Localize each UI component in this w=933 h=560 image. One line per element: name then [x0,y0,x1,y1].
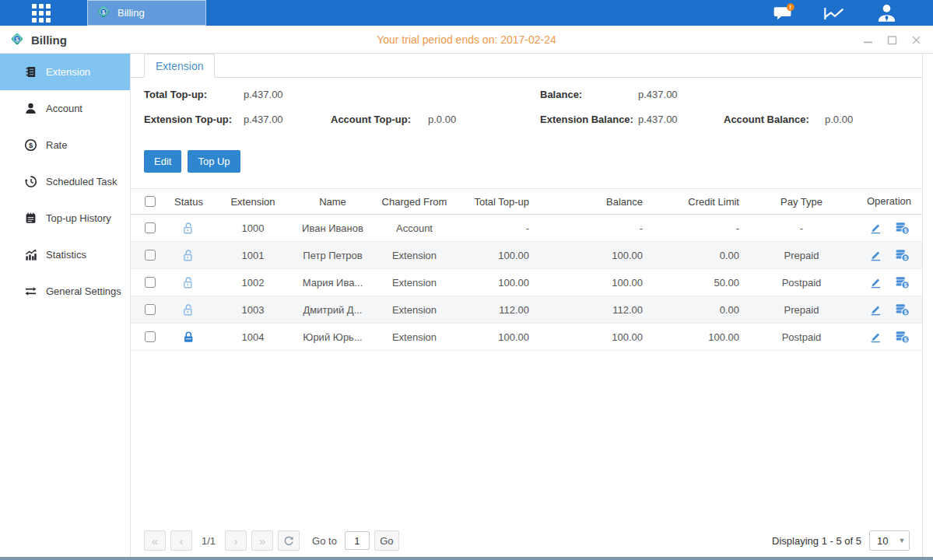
total-topup-cell: 100.00 [459,250,543,261]
billing-diamond-icon: $ [9,31,25,49]
svg-text:$: $ [102,9,105,16]
topup-button[interactable]: Top Up [188,150,240,173]
user-account-icon[interactable] [874,2,899,24]
charged-from-cell: Extension [370,331,459,343]
topup-coins-icon[interactable]: $ [895,275,910,289]
svg-text:!: ! [789,4,791,11]
name-cell: Мария Ива... [296,277,370,289]
tab-extension[interactable]: Extension [144,54,215,78]
tab-strip: Extension [131,54,922,78]
pagination-bar: « ‹ 1/1 › » Go to Go Displaying 1 - 5 of… [144,530,910,551]
app-launcher-icon[interactable] [31,3,51,23]
minimize-button[interactable] [862,34,874,46]
row-checkbox[interactable] [145,304,156,315]
operation-cell: $ [856,248,922,262]
table-row[interactable]: 1000 Иван Иванов Account - - - - $ [131,215,922,242]
topbar-actions: ! [771,0,899,26]
edit-button[interactable]: Edit [144,150,181,173]
topup-coins-icon[interactable]: $ [895,221,910,235]
sidebar-item-label: Extension [46,66,90,78]
select-all-checkbox[interactable] [145,196,156,207]
sidebar-item-topup-history[interactable]: Top-up History [0,200,130,236]
window-title-bar: $ Billing Your trial period ends on: 201… [0,26,933,54]
pay-type-cell: - [747,222,856,234]
total-topup-value: p.437.00 [244,89,283,100]
account-topup-label: Account Top-up: [331,114,411,125]
dollar-circle-icon: $ [23,138,38,152]
row-checkbox[interactable] [145,277,156,288]
prev-page-button[interactable]: ‹ [170,530,192,551]
status-cell [167,221,210,234]
go-button[interactable]: Go [374,530,399,551]
bar-chart-icon [23,247,38,262]
extension-balance-label: Extension Balance: [540,114,633,125]
sidebar-item-label: Top-up History [46,212,111,224]
unlocked-icon [182,303,195,317]
ledger-icon [23,65,38,79]
topup-coins-icon[interactable]: $ [895,248,910,262]
sidebar-item-label: Scheduled Task [46,176,118,187]
sidebar-item-account[interactable]: Account [0,90,130,127]
next-page-button[interactable]: › [225,530,247,551]
credit-limit-cell: - [652,222,747,234]
svg-text:$: $ [29,141,33,149]
edit-pencil-icon[interactable] [868,303,882,317]
name-cell: Дмитрий Д... [296,304,370,316]
topup-coins-icon[interactable]: $ [895,303,910,317]
extension-topup-value: p.437.00 [244,114,283,125]
total-topup-cell: - [459,222,543,234]
topup-coins-icon[interactable]: $ [895,330,910,344]
edit-pencil-icon[interactable] [868,275,882,289]
total-topup-cell: 100.00 [459,331,543,343]
charged-from-cell: Extension [370,277,459,289]
edit-pencil-icon[interactable] [868,248,882,262]
account-topup-value: p.0.00 [428,114,456,125]
sidebar-item-extension[interactable]: Extension [0,54,130,90]
balance-cell: 100.00 [543,277,652,289]
pay-type-cell: Postpaid [747,331,856,343]
sidebar-item-label: Rate [46,139,67,151]
table-row[interactable]: 1001 Петр Петров Extension 100.00 100.00… [131,242,922,269]
balance-cell: 100.00 [543,331,652,343]
topbar-tab-billing[interactable]: $ Billing [87,0,206,26]
operation-cell: $ [856,275,922,289]
edit-pencil-icon[interactable] [868,330,882,344]
topbar-tab-label: Billing [118,7,145,19]
page-info: 1/1 [202,535,216,547]
sidebar-item-label: Account [46,103,82,114]
window-title: Billing [31,33,67,47]
reports-chart-icon[interactable] [823,2,847,24]
name-cell: Петр Петров [296,250,370,261]
maximize-button[interactable] [886,34,898,46]
row-checkbox[interactable] [145,331,156,342]
window-bottom-edge [0,557,933,560]
first-page-button[interactable]: « [144,530,166,551]
sidebar-item-rate[interactable]: $ Rate [0,127,130,163]
balance-value: p.437.00 [638,89,678,100]
page-size-select[interactable]: 10 ▼ [869,530,910,551]
sidebar-item-scheduled-task[interactable]: Scheduled Task [0,163,130,200]
history-clock-icon [23,174,38,189]
edit-pencil-icon[interactable] [868,221,882,235]
balance-cell: - [543,222,652,234]
unlocked-icon [182,222,195,235]
sidebar-item-general-settings[interactable]: General Settings [0,273,130,310]
balance-cell: 112.00 [543,304,652,316]
table-row[interactable]: 1004 Юрий Юрь... Extension 100.00 100.00… [131,324,922,351]
row-checkbox[interactable] [145,250,156,261]
close-button[interactable] [910,34,922,46]
goto-page-input[interactable] [345,531,370,550]
refresh-button[interactable] [278,530,300,551]
table-row[interactable]: 1002 Мария Ива... Extension 100.00 100.0… [131,269,922,296]
charged-from-cell: Account [370,222,459,234]
charged-from-cell: Extension [370,304,459,316]
notifications-icon[interactable]: ! [771,2,796,24]
last-page-button[interactable]: » [251,530,273,551]
table-row[interactable]: 1003 Дмитрий Д... Extension 112.00 112.0… [131,296,922,324]
row-checkbox[interactable] [145,222,156,233]
sidebar-item-statistics[interactable]: Statistics [0,236,130,273]
header-status: Status [167,196,210,208]
billing-diamond-icon: $ [96,4,111,22]
header-extension: Extension [210,196,296,208]
header-name: Name [296,196,370,208]
